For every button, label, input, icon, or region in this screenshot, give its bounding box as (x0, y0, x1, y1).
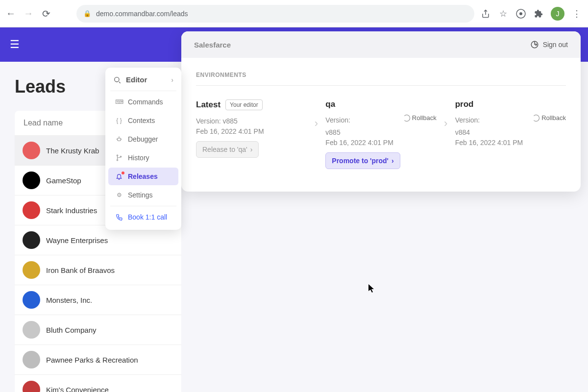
env-qa: qa Version: v885 Rollback Feb 16, 2022 4… (325, 99, 436, 169)
lead-avatar (23, 261, 40, 279)
palette-item-book-call[interactable]: Book 1:1 call (108, 208, 178, 226)
env-date: Feb 16, 2022 4:01 PM (325, 139, 436, 147)
signout-icon (530, 40, 539, 49)
lead-name: Kim's Convenience (46, 386, 109, 392)
lead-row[interactable]: Pawnee Parks & Recreation (15, 344, 181, 374)
braces-icon: { } (115, 117, 123, 124)
releases-panel: Salesfarce Sign out ENVIRONMENTS Latest … (181, 31, 581, 192)
extensions-icon[interactable] (533, 8, 544, 19)
lead-name: Wayne Enterprises (46, 236, 108, 245)
lead-avatar (23, 351, 40, 368)
bell-icon (115, 172, 123, 180)
reload-button[interactable]: ⟳ (41, 9, 51, 19)
lead-name: Monsters, Inc. (46, 296, 92, 304)
env-prod: prod Version: v884 Rollback Feb 16, 2022… (455, 99, 566, 147)
lead-name: Stark Industries (46, 206, 97, 215)
palette-item-history[interactable]: History (108, 149, 178, 167)
svg-point-3 (115, 77, 119, 81)
rollback-button[interactable]: Rollback (403, 114, 437, 122)
env-version-value: v884 (455, 126, 480, 139)
keyboard-icon: ⌨ (115, 98, 123, 106)
lead-avatar (23, 142, 40, 159)
browser-toolbar: ← → ⟳ 🔒 demo.commandbar.com/leads ☆ J ⋮ (0, 0, 588, 27)
env-date: Feb 16, 2022 4:01 PM (455, 139, 566, 147)
divider (110, 91, 176, 91)
lead-row[interactable]: Kim's Convenience (15, 374, 181, 392)
rollback-icon (403, 115, 410, 122)
share-icon[interactable] (480, 8, 491, 19)
env-version-label: Version: (455, 114, 480, 126)
editor-palette: Editor › ⌨ Commands { } Contexts Debugge… (105, 68, 181, 230)
profile-avatar[interactable]: J (551, 7, 564, 21)
sign-out-button[interactable]: Sign out (530, 40, 568, 49)
env-title: Latest (196, 100, 220, 110)
svg-point-2 (519, 12, 522, 15)
bookmark-icon[interactable]: ☆ (498, 8, 509, 19)
hamburger-menu[interactable]: ☰ (10, 38, 20, 51)
arrow-icon: › (441, 99, 450, 130)
palette-item-contexts[interactable]: { } Contexts (108, 112, 178, 129)
svg-rect-4 (118, 138, 121, 141)
rollback-icon (533, 115, 539, 122)
lead-name: Pawnee Parks & Recreation (46, 356, 138, 364)
brand-label: Salesfarce (194, 41, 231, 49)
lead-row[interactable]: Monsters, Inc. (15, 285, 181, 315)
page-title: Leads (15, 76, 66, 97)
lead-row[interactable]: Iron Bank of Braavos (15, 255, 181, 285)
env-date: Feb 16, 2022 4:01 PM (196, 127, 307, 135)
env-latest: Latest Your editor Version: v885 Feb 16,… (196, 99, 307, 158)
palette-item-debugger[interactable]: Debugger (108, 130, 178, 148)
lead-name: The Krusty Krab (46, 147, 99, 155)
lead-row[interactable]: Bluth Company (15, 315, 181, 344)
address-bar[interactable]: 🔒 demo.commandbar.com/leads (76, 5, 474, 23)
chevron-right-icon: › (250, 146, 253, 153)
lead-avatar (23, 201, 40, 219)
env-version-label: Version: (325, 114, 350, 126)
palette-editor-header[interactable]: Editor › (105, 71, 181, 89)
palette-item-commands[interactable]: ⌨ Commands (108, 93, 178, 111)
lead-name: GameStop (46, 176, 81, 185)
cursor-icon (368, 284, 375, 293)
lead-avatar (23, 172, 40, 189)
password-manager-icon[interactable] (515, 8, 526, 19)
lock-icon: 🔒 (83, 10, 91, 17)
branch-icon (115, 154, 123, 162)
kebab-menu-icon[interactable]: ⋮ (571, 8, 582, 19)
svg-point-6 (117, 160, 118, 161)
env-title: prod (455, 99, 474, 109)
back-button[interactable]: ← (6, 9, 16, 19)
environments-label: ENVIRONMENTS (196, 72, 566, 86)
promote-to-prod-button[interactable]: Promote to 'prod' › (325, 152, 400, 169)
env-title: qa (325, 99, 335, 109)
your-editor-badge: Your editor (225, 99, 263, 110)
lead-avatar (23, 321, 40, 339)
editor-icon (113, 76, 121, 84)
env-version: Version: v885 (196, 115, 307, 127)
env-version-value: v885 (325, 126, 350, 139)
chevron-right-icon: › (392, 157, 394, 165)
palette-item-settings[interactable]: ⚙ Settings (108, 186, 178, 204)
lead-name: Bluth Company (46, 326, 97, 334)
forward-button[interactable]: → (24, 9, 33, 19)
rollback-button[interactable]: Rollback (533, 114, 566, 122)
lead-avatar (23, 231, 40, 249)
arrow-icon: › (312, 99, 320, 130)
palette-item-releases[interactable]: Releases (108, 168, 178, 185)
phone-icon (115, 213, 123, 221)
lead-name: Iron Bank of Braavos (46, 266, 115, 274)
lead-avatar (23, 291, 40, 309)
divider (110, 206, 176, 206)
svg-point-5 (117, 155, 118, 156)
release-to-qa-button[interactable]: Release to 'qa' › (196, 141, 259, 158)
gear-icon: ⚙ (115, 191, 123, 199)
bug-icon (115, 135, 123, 143)
chevron-right-icon: › (171, 76, 173, 84)
url-text: demo.commandbar.com/leads (96, 10, 188, 18)
lead-avatar (23, 381, 40, 392)
